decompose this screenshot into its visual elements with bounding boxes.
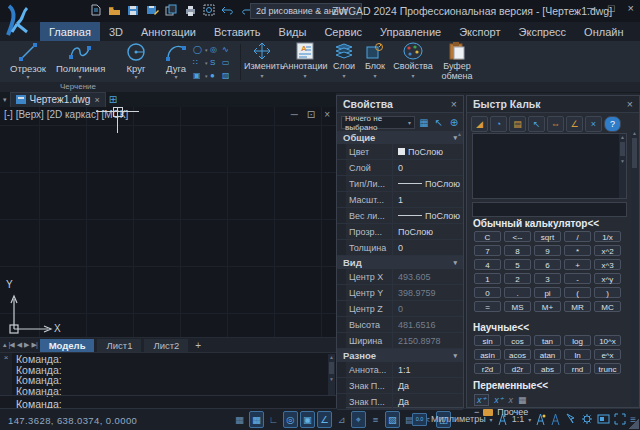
doc-close-button[interactable]: × xyxy=(324,109,330,120)
scientific-label[interactable]: Научные<< xyxy=(473,322,529,333)
calc-button-8[interactable]: 8 xyxy=(504,245,531,256)
modify-button[interactable]: Изменить ▾ xyxy=(244,42,280,79)
calc-input-field[interactable] xyxy=(472,202,627,217)
calc-button-r2d[interactable]: r2d xyxy=(474,363,501,374)
draw-panel-label[interactable]: Черчение xyxy=(60,82,96,91)
section-misc[interactable]: Разное ▾ xyxy=(337,349,463,362)
tab-glavnaya[interactable]: Главная xyxy=(40,22,100,41)
calc-button-6[interactable]: 6 xyxy=(534,259,561,270)
ortho-icon[interactable]: ∟ xyxy=(266,411,281,428)
calc-button-10x[interactable]: 10^x xyxy=(594,335,621,346)
paste-to-commandline-icon[interactable]: ▤ xyxy=(509,116,526,132)
calc-button-open-paren[interactable]: ( xyxy=(564,287,591,298)
point-icon[interactable]: ∷ xyxy=(193,58,205,67)
delete-variable-icon[interactable]: x xyxy=(509,395,514,405)
dynamic-input-icon[interactable]: ⌖ xyxy=(351,411,366,428)
resize-grip[interactable] xyxy=(629,419,639,429)
property-row-color[interactable]: ЦветПоСлою xyxy=(337,144,463,160)
calc-button-mplus[interactable]: M+ xyxy=(534,301,561,312)
tab-upravlenie[interactable]: Управление xyxy=(371,22,450,41)
command-scrollbar[interactable]: ▲ ▼ xyxy=(328,354,335,395)
pickadd-toggle-icon[interactable]: ⊕ xyxy=(448,117,460,128)
scrollbar-thumb[interactable] xyxy=(329,362,334,374)
tab-list1[interactable]: Лист1 xyxy=(97,339,141,352)
scroll-down-icon[interactable]: ▼ xyxy=(620,158,625,164)
chevron-down-icon[interactable]: ▾ xyxy=(282,72,328,79)
maximize-button[interactable]: □ xyxy=(608,2,615,14)
property-row-lineweight[interactable]: Вес ли...ПоСлою xyxy=(337,208,463,224)
annotations-button[interactable]: A Аннотации ▾ xyxy=(282,42,328,79)
property-row-ucs-icon-origin[interactable]: Знак П...Да xyxy=(337,394,463,410)
angle-icon[interactable]: ∠ xyxy=(566,116,583,132)
collapse-node-icon[interactable]: − xyxy=(474,407,479,417)
clipboard-button[interactable]: Буфер обмена xyxy=(436,42,478,81)
tab-annotacii[interactable]: Аннотации xyxy=(132,22,205,41)
calc-button-asin[interactable]: asin xyxy=(474,349,501,360)
donut-icon[interactable]: ◎ xyxy=(210,45,222,54)
calc-button-pi[interactable]: pi xyxy=(534,287,561,298)
annotation-visibility-icon[interactable] xyxy=(535,413,546,426)
first-layout-icon[interactable]: |◀ xyxy=(9,341,14,349)
hatch-icon[interactable]: ▣ xyxy=(193,71,205,80)
calc-history-box[interactable]: ▲ ▼ xyxy=(472,133,627,199)
property-row-ucs-icon-on[interactable]: Знак П...Да xyxy=(337,378,463,394)
new-drawing-tab-icon[interactable]: ⊞ xyxy=(109,94,117,105)
calc-button-ms[interactable]: MS xyxy=(504,301,531,312)
scrollbar-thumb[interactable] xyxy=(620,142,625,156)
calc-button-minus[interactable]: - xyxy=(564,273,591,284)
calc-button-abs[interactable]: abs xyxy=(534,363,561,374)
calc-history-scrollbar[interactable]: ▲ ▼ xyxy=(619,134,626,198)
new-layout-button[interactable]: + xyxy=(191,340,205,351)
region-icon[interactable]: ▨ xyxy=(222,71,234,80)
copy-icon[interactable] xyxy=(164,3,178,17)
spline-icon[interactable]: ∿ xyxy=(222,45,234,54)
properties-button[interactable]: Свойства ▾ xyxy=(392,42,434,79)
calc-button-plus[interactable]: + xyxy=(564,259,591,270)
calc-button-atan[interactable]: atan xyxy=(534,349,561,360)
calc-button-backspace[interactable]: <-- xyxy=(504,231,531,242)
command-window[interactable]: × Команда: Команда: Команда: Команда: ▲ … xyxy=(0,352,336,408)
layers-button[interactable]: Слои ▾ xyxy=(330,42,358,79)
scroll-up-icon[interactable]: ▲ xyxy=(329,354,334,360)
calc-button-square[interactable]: x^2 xyxy=(594,245,621,256)
calc-button-cube[interactable]: x^3 xyxy=(594,259,621,270)
clear-icon[interactable]: ◢ xyxy=(471,116,488,132)
selection-dropdown[interactable]: Ничего не выбрано ▾ xyxy=(341,116,415,129)
chevron-down-icon[interactable]: ▾ xyxy=(528,416,531,423)
intersection-icon[interactable]: × xyxy=(585,116,602,132)
chevron-down-icon[interactable]: ▾ xyxy=(330,72,358,79)
chevron-down-icon[interactable]: ▾ xyxy=(244,72,280,79)
calc-button-7[interactable]: 7 xyxy=(474,245,501,256)
block-button[interactable]: Блок ▾ xyxy=(360,42,390,79)
chevron-down-icon[interactable]: ▾ xyxy=(56,74,104,80)
gradient-icon[interactable]: ● xyxy=(210,71,222,80)
snap-icon[interactable]: ▦ xyxy=(232,411,247,428)
tab-list2[interactable]: Лист2 xyxy=(144,339,188,352)
tab-vstavit[interactable]: Вставить xyxy=(205,22,270,41)
calc-button-9[interactable]: 9 xyxy=(534,245,561,256)
document-tab[interactable]: Чертеж1.dwg × xyxy=(10,92,106,108)
minimize-button[interactable]: ─ xyxy=(587,2,595,14)
calc-button-inverse[interactable]: 1/x xyxy=(594,231,621,242)
auto-scale-icon[interactable] xyxy=(550,413,561,426)
doc-restore-button[interactable]: ⊡ xyxy=(307,109,315,120)
lineweight-icon[interactable]: ≡ xyxy=(368,411,383,428)
isolate-objects-icon[interactable] xyxy=(597,413,610,425)
property-row-linetype[interactable]: Тип/Ли...ПоСлою xyxy=(337,176,463,192)
property-row-thickness[interactable]: Толщина0 xyxy=(337,240,463,256)
print-icon[interactable] xyxy=(183,3,197,17)
dynamic-ucs-icon[interactable]: ⊿ xyxy=(334,411,349,428)
drawing-canvas[interactable]: [-] [Верх] [2D каркас] [МСК] ─ ⊡ × Y X xyxy=(0,107,336,337)
new-file-icon[interactable] xyxy=(88,3,102,17)
tab-arcgis[interactable]: ArcGIS xyxy=(632,22,640,41)
quickcalc-title-bar[interactable]: Быстр Кальк × xyxy=(467,96,639,113)
polyline-tool-button[interactable]: Полилиния ▾ xyxy=(56,42,104,80)
open-folder-icon[interactable] xyxy=(107,3,121,17)
undo-icon[interactable] xyxy=(221,3,235,17)
last-layout-icon[interactable]: ▶| xyxy=(32,341,37,349)
tab-servis[interactable]: Сервис xyxy=(315,22,371,41)
calc-button-rnd[interactable]: rnd xyxy=(564,363,591,374)
calc-button-power[interactable]: x^y xyxy=(594,273,621,284)
calc-button-close-paren[interactable]: ) xyxy=(594,287,621,298)
basic-calculator-label[interactable]: Обычный калькулятор<< xyxy=(473,218,599,229)
